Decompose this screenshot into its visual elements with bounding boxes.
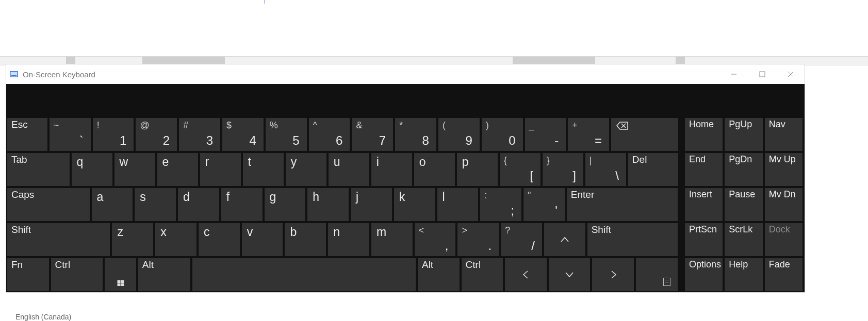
key-down[interactable] (549, 258, 591, 291)
key-o[interactable]: o (414, 153, 455, 186)
key-v[interactable]: v (242, 223, 283, 256)
key-mvup[interactable]: Mv Up (765, 153, 803, 186)
key-p[interactable]: p (457, 153, 498, 186)
key-equals[interactable]: += (568, 118, 609, 151)
key-prtscn[interactable]: PrtScn (685, 223, 723, 256)
key-esc[interactable]: Esc (7, 118, 47, 151)
key-backtick[interactable]: ~` (50, 118, 91, 151)
onscreen-keyboard-window: On-Screen Keyboard Esc~`!1@2#3$4%5^6&7*8… (6, 64, 805, 292)
key-5[interactable]: %5 (266, 118, 307, 151)
key-mvdn[interactable]: Mv Dn (765, 188, 803, 221)
arrow-up-icon (544, 223, 585, 256)
key-c[interactable]: c (199, 223, 240, 256)
key-comma[interactable]: <, (415, 223, 456, 256)
key-context[interactable] (636, 258, 678, 291)
arrow-right-icon (592, 258, 634, 291)
key-e[interactable]: e (157, 153, 198, 186)
key-t[interactable]: t (243, 153, 284, 186)
key-nav[interactable]: Nav (765, 118, 803, 151)
windows-icon (117, 280, 124, 286)
key-3[interactable]: #3 (179, 118, 220, 151)
key-r[interactable]: r (200, 153, 241, 186)
app-icon (9, 70, 19, 78)
document-background (0, 0, 868, 64)
key-l[interactable]: l (437, 188, 479, 221)
key-scrlk[interactable]: ScrLk (725, 223, 762, 256)
key-j[interactable]: j (351, 188, 392, 221)
background-statusbar: English (Canada) (0, 309, 868, 321)
maximize-button[interactable] (748, 64, 776, 84)
key-pgdn[interactable]: PgDn (725, 153, 762, 186)
titlebar[interactable]: On-Screen Keyboard (6, 64, 805, 84)
key-z[interactable]: z (112, 223, 153, 256)
key-caps[interactable]: Caps (7, 188, 90, 221)
key-n[interactable]: n (328, 223, 369, 256)
key-g[interactable]: g (265, 188, 306, 221)
key-b[interactable]: b (285, 223, 326, 256)
key-tab[interactable]: Tab (7, 153, 70, 186)
key-right[interactable] (592, 258, 634, 291)
key-w[interactable]: w (114, 153, 155, 186)
key-lbracket[interactable]: {[ (500, 153, 541, 186)
key-9[interactable]: (9 (438, 118, 480, 151)
key-pgup[interactable]: PgUp (725, 118, 762, 151)
text-cursor (265, 0, 265, 4)
key-lalt[interactable]: Alt (138, 258, 190, 291)
key-rbracket[interactable]: }] (543, 153, 583, 186)
minimize-button[interactable] (719, 64, 748, 84)
key-options[interactable]: Options (685, 258, 723, 291)
key-h[interactable]: h (307, 188, 349, 221)
key-f[interactable]: f (221, 188, 263, 221)
key-a[interactable]: a (92, 188, 133, 221)
key-k[interactable]: k (394, 188, 435, 221)
key-space[interactable] (192, 258, 416, 291)
key-d[interactable]: d (178, 188, 219, 221)
close-button[interactable] (776, 64, 805, 84)
key-0[interactable]: )0 (482, 118, 523, 151)
key-8[interactable]: *8 (395, 118, 436, 151)
key-backslash[interactable]: |\ (585, 153, 626, 186)
key-fade[interactable]: Fade (765, 258, 803, 291)
key-fn[interactable]: Fn (7, 258, 49, 291)
key-i[interactable]: i (371, 153, 412, 186)
window-title: On-Screen Keyboard (23, 70, 95, 79)
key-help[interactable]: Help (725, 258, 762, 291)
key-4[interactable]: $4 (222, 118, 264, 151)
key-win[interactable] (105, 258, 136, 291)
key-left[interactable] (505, 258, 547, 291)
key-7[interactable]: &7 (352, 118, 393, 151)
key-rshift[interactable]: Shift (587, 223, 678, 256)
key-x[interactable]: x (155, 223, 196, 256)
key-y[interactable]: y (286, 153, 326, 186)
key-slash[interactable]: ?/ (501, 223, 542, 256)
key-enter[interactable]: Enter (567, 188, 678, 221)
key-2[interactable]: @2 (136, 118, 177, 151)
key-ralt[interactable]: Alt (418, 258, 460, 291)
arrow-left-icon (505, 258, 547, 291)
statusbar-language: English (Canada) (15, 313, 71, 321)
key-del[interactable]: Del (628, 153, 678, 186)
key-dock[interactable]: Dock (765, 223, 803, 256)
key-end[interactable]: End (685, 153, 723, 186)
svg-rect-2 (11, 75, 17, 76)
keyboard-body: Esc~`!1@2#3$4%5^6&7*8(9)0_-+=Tabqwertyui… (6, 84, 805, 292)
key-m[interactable]: m (371, 223, 413, 256)
key-lshift[interactable]: Shift (7, 223, 110, 256)
key-rctrl[interactable]: Ctrl (462, 258, 503, 291)
key-s[interactable]: s (135, 188, 176, 221)
key-semicolon[interactable]: :; (480, 188, 521, 221)
key-backspace[interactable] (611, 118, 678, 151)
key-q[interactable]: q (72, 153, 112, 186)
key-u[interactable]: u (329, 153, 369, 186)
key-minus[interactable]: _- (525, 118, 566, 151)
key-1[interactable]: !1 (93, 118, 134, 151)
key-lctrl[interactable]: Ctrl (51, 258, 103, 291)
key-6[interactable]: ^6 (309, 118, 350, 151)
key-up[interactable] (544, 223, 585, 256)
key-pause[interactable]: Pause (725, 188, 762, 221)
backspace-icon (616, 121, 629, 133)
key-period[interactable]: >. (457, 223, 499, 256)
key-quote[interactable]: "' (523, 188, 565, 221)
key-home[interactable]: Home (685, 118, 723, 151)
key-insert[interactable]: Insert (685, 188, 723, 221)
